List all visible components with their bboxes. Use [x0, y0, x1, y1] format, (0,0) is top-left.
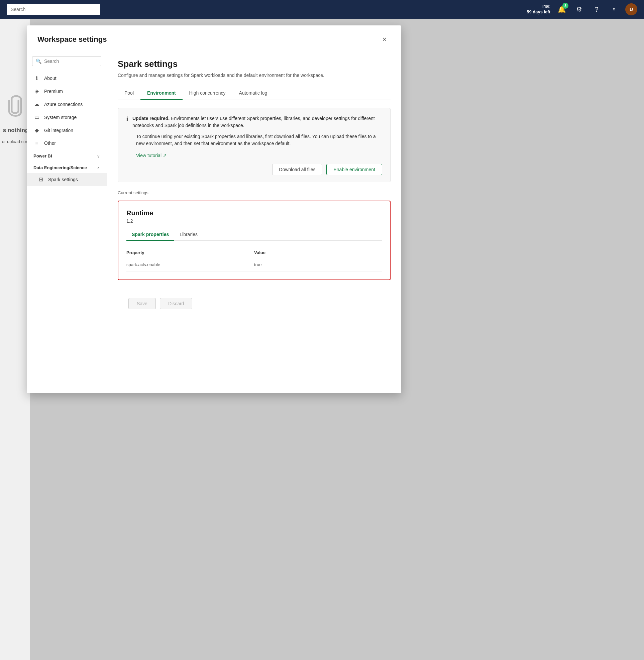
- notification-badge: 3: [562, 3, 569, 9]
- tab-pool[interactable]: Pool: [118, 87, 140, 100]
- sidebar-item-storage[interactable]: ▭ System storage: [27, 111, 107, 124]
- table-row: spark.acls.enable true: [127, 258, 382, 272]
- trial-label: Trial:: [527, 4, 550, 9]
- alert-header: ℹ Update required. Environments let user…: [126, 115, 382, 129]
- top-navigation: Trial: 59 days left 🔔 3 ⚙ ? ⚬ U: [0, 0, 644, 19]
- tab-environment[interactable]: Environment: [140, 87, 183, 100]
- diamond-icon: ◈: [33, 88, 40, 94]
- sidebar-label-other: Other: [44, 140, 56, 146]
- spark-properties-table: Property Value spark.acls.enable true: [127, 247, 382, 272]
- nav-right: Trial: 59 days left 🔔 3 ⚙ ? ⚬ U: [527, 3, 637, 15]
- sidebar-item-git[interactable]: ◆ Git integration: [27, 124, 107, 137]
- tab-automatic-log[interactable]: Automatic log: [232, 87, 274, 100]
- external-link-icon: ↗: [163, 153, 167, 158]
- sidebar-item-azure[interactable]: ☁ Azure connections: [27, 98, 107, 111]
- powerbi-chevron-icon: ∨: [97, 154, 100, 158]
- paperclip-icon: [3, 92, 27, 119]
- sidebar-label-storage: System storage: [44, 115, 76, 120]
- sidebar-item-about[interactable]: ℹ About: [27, 72, 107, 85]
- data-eng-chevron-icon: ∧: [97, 165, 100, 170]
- view-tutorial-text: View tutorial: [136, 153, 161, 158]
- sidebar-search-box[interactable]: 🔍: [32, 56, 101, 66]
- update-required-alert: ℹ Update required. Environments let user…: [118, 108, 391, 182]
- view-tutorial-link[interactable]: View tutorial ↗: [126, 153, 167, 158]
- alert-body-text: To continue using your existing Spark pr…: [126, 133, 382, 147]
- current-settings-box: Runtime 1.2 Spark properties Libraries P…: [118, 201, 391, 280]
- storage-icon: ▭: [33, 114, 40, 120]
- sidebar-search-input[interactable]: [44, 59, 98, 64]
- list-icon: ≡: [33, 140, 40, 146]
- sliders-icon: ⊞: [38, 176, 44, 183]
- close-modal-button[interactable]: ×: [378, 33, 391, 45]
- runtime-title: Runtime: [127, 209, 382, 217]
- share-button[interactable]: ⚬: [608, 3, 620, 15]
- sidebar-item-spark-settings[interactable]: ⊞ Spark settings: [27, 173, 107, 186]
- sidebar-label-azure: Azure connections: [44, 101, 83, 107]
- section-data-engineering[interactable]: Data Engineering/Science ∧: [27, 161, 107, 173]
- modal-body: 🔍 ℹ About ◈ Premium ☁ Azure connections …: [27, 51, 401, 393]
- page-description: Configure and manage settings for Spark …: [118, 72, 332, 79]
- workspace-settings-modal: Workspace settings × 🔍 ℹ About ◈ Premium: [27, 25, 401, 393]
- modal-footer: Save Discard: [118, 291, 391, 316]
- nav-left: [7, 4, 100, 15]
- data-eng-section-label: Data Engineering/Science: [33, 165, 87, 170]
- tab-high-concurrency[interactable]: High concurrency: [183, 87, 232, 100]
- inner-tab-libraries[interactable]: Libraries: [174, 229, 203, 241]
- value-cell: true: [254, 258, 382, 272]
- days-left: 59 days left: [527, 9, 550, 14]
- settings-icon-button[interactable]: ⚙: [573, 3, 585, 15]
- inner-tab-spark-properties[interactable]: Spark properties: [127, 229, 174, 241]
- trial-info: Trial: 59 days left: [527, 4, 550, 15]
- main-tabs: Pool Environment High concurrency Automa…: [118, 87, 391, 100]
- discard-button[interactable]: Discard: [160, 298, 192, 309]
- sidebar-label-premium: Premium: [44, 89, 63, 94]
- col-header-value: Value: [254, 247, 382, 258]
- sidebar-label-spark-settings: Spark settings: [48, 177, 78, 182]
- help-button[interactable]: ?: [591, 3, 602, 15]
- alert-actions: Download all files Enable environment: [126, 164, 382, 175]
- modal-header: Workspace settings ×: [27, 25, 401, 51]
- col-header-property: Property: [127, 247, 254, 258]
- main-content: Spark settings Configure and manage sett…: [107, 51, 401, 393]
- sidebar-label-git: Git integration: [44, 128, 73, 133]
- notifications-button[interactable]: 🔔 3: [556, 3, 568, 15]
- left-partial-panel: s nothing or upload som: [0, 19, 30, 660]
- sidebar-item-premium[interactable]: ◈ Premium: [27, 85, 107, 98]
- nothing-text: s nothing: [2, 127, 28, 134]
- save-button[interactable]: Save: [129, 298, 156, 309]
- sidebar-label-about: About: [44, 75, 56, 81]
- avatar[interactable]: U: [625, 3, 637, 15]
- git-icon: ◆: [33, 127, 40, 133]
- alert-strong-text: Update required.: [132, 116, 169, 121]
- powerbi-section-label: Power BI: [33, 154, 52, 158]
- global-search-input[interactable]: [7, 4, 100, 15]
- download-all-files-button[interactable]: Download all files: [272, 164, 323, 175]
- canvas-area: s nothing or upload som Workspace settin…: [0, 19, 644, 660]
- enable-environment-button[interactable]: Enable environment: [326, 164, 382, 175]
- settings-sidebar: 🔍 ℹ About ◈ Premium ☁ Azure connections …: [27, 51, 107, 393]
- upload-text: or upload som: [1, 139, 29, 144]
- page-title: Spark settings: [118, 59, 391, 69]
- runtime-inner-tabs: Spark properties Libraries: [127, 229, 382, 241]
- search-icon: 🔍: [36, 59, 42, 64]
- cloud-icon: ☁: [33, 101, 40, 107]
- current-settings-label: Current settings: [118, 190, 391, 195]
- property-cell: spark.acls.enable: [127, 258, 254, 272]
- section-powerbi[interactable]: Power BI ∨: [27, 150, 107, 161]
- runtime-version: 1.2: [127, 218, 382, 224]
- sidebar-item-other[interactable]: ≡ Other: [27, 137, 107, 150]
- modal-title: Workspace settings: [38, 35, 107, 44]
- alert-icon: ℹ: [126, 115, 129, 123]
- info-icon: ℹ: [33, 75, 40, 81]
- alert-text: Update required. Environments let users …: [132, 115, 382, 129]
